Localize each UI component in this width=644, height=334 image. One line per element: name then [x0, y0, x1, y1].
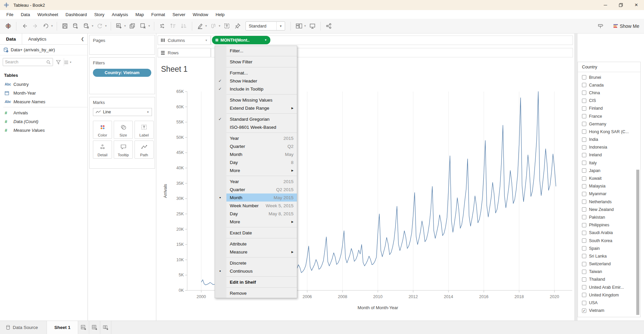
color-button[interactable]: Color — [93, 121, 112, 139]
view-data-grid-icon[interactable]: ▼ — [64, 58, 72, 66]
search-input-box[interactable] — [3, 58, 53, 66]
checkbox-unchecked[interactable] — [582, 91, 586, 95]
checkbox-unchecked[interactable] — [582, 254, 586, 258]
menu-item-exact-date[interactable]: Exact Date — [215, 229, 297, 237]
new-dashboard-icon[interactable] — [89, 321, 100, 334]
menu-dashboard[interactable]: Dashboard — [62, 11, 91, 18]
replay-icon[interactable] — [42, 22, 50, 31]
filters-shelf[interactable]: Filters Country: Vietnam — [89, 57, 155, 94]
menu-server[interactable]: Server — [169, 11, 189, 18]
country-item-switzerland[interactable]: Switzerland — [578, 260, 640, 268]
checkbox-unchecked[interactable] — [582, 223, 586, 227]
field-country[interactable]: AbcCountry — [0, 80, 88, 89]
checkbox-unchecked[interactable] — [582, 99, 586, 103]
size-button[interactable]: Size — [114, 121, 133, 139]
checkbox-unchecked[interactable] — [582, 168, 586, 173]
country-item-hong-kong-sar-c[interactable]: Hong Kong SAR (C... — [578, 128, 640, 135]
run-update-icon[interactable] — [96, 22, 104, 31]
country-item-myanmar[interactable]: Myanmar — [578, 190, 640, 198]
sheet-tab-sheet1[interactable]: Sheet 1 — [47, 321, 78, 334]
chevron-down-icon[interactable]: ▼ — [51, 24, 53, 27]
menu-format[interactable]: Format — [148, 11, 169, 18]
field-measure-values[interactable]: #Measure Values — [0, 126, 88, 134]
tab-analytics[interactable]: Analytics — [22, 34, 52, 44]
country-item-south-korea[interactable]: South Korea — [578, 237, 640, 244]
country-item-netherlands[interactable]: Netherlands — [578, 198, 640, 206]
duplicate-icon[interactable] — [128, 22, 137, 31]
menu-item-year[interactable]: Year2015 — [215, 177, 297, 185]
minimize-button[interactable]: ─ — [598, 0, 613, 10]
field-measure-names[interactable]: AbcMeasure Names — [0, 97, 88, 106]
menu-item-more[interactable]: More▶ — [215, 166, 297, 174]
new-story-icon[interactable] — [100, 321, 111, 334]
checkbox-unchecked[interactable] — [582, 207, 586, 212]
new-worksheet-icon[interactable] — [115, 22, 123, 31]
pause-auto-updates-icon[interactable] — [82, 22, 91, 31]
tooltip-icon[interactable] — [596, 22, 605, 31]
country-item-kuwait[interactable]: Kuwait — [578, 174, 640, 182]
menu-map[interactable]: Map — [132, 11, 148, 18]
country-item-france[interactable]: France — [578, 112, 640, 120]
field-month-year[interactable]: Month-Year — [0, 89, 88, 97]
fix-axes-icon[interactable] — [233, 22, 242, 31]
group-members-icon[interactable] — [209, 22, 218, 31]
chevron-down-icon[interactable]: ▼ — [205, 24, 208, 27]
menu-item-week-number[interactable]: Week NumberWeek 5, 2015 — [215, 202, 297, 210]
country-item-indonesia[interactable]: Indonesia — [578, 144, 640, 151]
checkbox-unchecked[interactable] — [582, 262, 586, 266]
menu-item-month[interactable]: MonthMay — [215, 150, 297, 158]
checkbox-unchecked[interactable] — [582, 238, 586, 243]
tab-data[interactable]: Data — [0, 34, 22, 44]
chevron-down-icon[interactable]: ▼ — [91, 24, 94, 27]
checkbox-unchecked[interactable] — [582, 145, 586, 150]
new-data-source-icon[interactable] — [71, 22, 80, 31]
sort-descending-icon[interactable] — [179, 22, 188, 31]
show-hide-cards-icon[interactable] — [294, 22, 303, 31]
menu-item-standard-gregorian[interactable]: ✓Standard Gregorian — [215, 115, 297, 123]
menu-item-quarter[interactable]: QuarterQ2 2015 — [215, 185, 297, 193]
chevron-down-icon[interactable]: ▼ — [218, 24, 221, 27]
highlight-icon[interactable] — [196, 22, 205, 31]
swap-rows-columns-icon[interactable] — [158, 22, 167, 31]
checkbox-unchecked[interactable] — [582, 200, 586, 204]
menu-analysis[interactable]: Analysis — [108, 11, 131, 18]
country-item-new-zealand[interactable]: New Zealand — [578, 206, 640, 213]
menu-item-measure[interactable]: Measure▶ — [215, 248, 297, 256]
menu-item-remove[interactable]: Remove — [215, 289, 297, 297]
collapse-pane-icon[interactable]: ❮ — [77, 34, 88, 44]
country-item-brunei[interactable]: Brunei — [578, 73, 640, 81]
filter-fields-icon[interactable] — [54, 58, 62, 66]
detail-button[interactable]: Detail — [93, 141, 112, 159]
checkbox-unchecked[interactable] — [582, 215, 586, 219]
menu-item-continuous[interactable]: •Continuous — [215, 267, 297, 275]
scrollbar-thumb[interactable] — [636, 170, 639, 315]
forward-icon[interactable] — [31, 22, 40, 31]
country-item-canada[interactable]: Canada — [578, 81, 640, 89]
menu-item-filter[interactable]: Filter... — [215, 47, 297, 55]
checkbox-unchecked[interactable] — [582, 277, 586, 282]
data-source-row[interactable]: Data+ (arrivals_by_air) — [0, 45, 88, 55]
checkbox-unchecked[interactable] — [582, 192, 586, 196]
country-item-vietnam[interactable]: ✓Vietnam — [578, 307, 640, 313]
country-item-germany[interactable]: Germany — [578, 120, 640, 128]
menu-window[interactable]: Window — [189, 11, 212, 18]
checkbox-unchecked[interactable] — [582, 293, 586, 297]
country-item-united-arab-emir[interactable]: United Arab Emir... — [578, 283, 640, 291]
presentation-mode-icon[interactable] — [308, 22, 317, 31]
country-item-china[interactable]: China — [578, 89, 640, 97]
menu-item-day[interactable]: Day8 — [215, 158, 297, 166]
country-item-sri-lanka[interactable]: Sri Lanka — [578, 252, 640, 260]
field-data-count-[interactable]: #Data (Count) — [0, 117, 88, 126]
menu-worksheet[interactable]: Worksheet — [34, 11, 62, 18]
menu-item-extend-date-range[interactable]: Extend Date Range▶ — [215, 104, 297, 112]
country-item-cis[interactable]: CIS — [578, 97, 640, 105]
country-item-thailand[interactable]: Thailand — [578, 276, 640, 283]
country-item-italy[interactable]: Italy — [578, 159, 640, 167]
field-arrivals[interactable]: #Arrivals — [0, 108, 88, 117]
column-pill-month[interactable]: ⊞ MONTH(Mont.. ▼ — [212, 36, 270, 44]
chevron-down-icon[interactable]: ▼ — [264, 39, 267, 42]
checkbox-unchecked[interactable] — [582, 270, 586, 274]
checkbox-unchecked[interactable] — [582, 301, 586, 305]
menu-item-more[interactable]: More▶ — [215, 218, 297, 226]
menu-item-month[interactable]: •MonthMay 2015 — [215, 193, 297, 202]
